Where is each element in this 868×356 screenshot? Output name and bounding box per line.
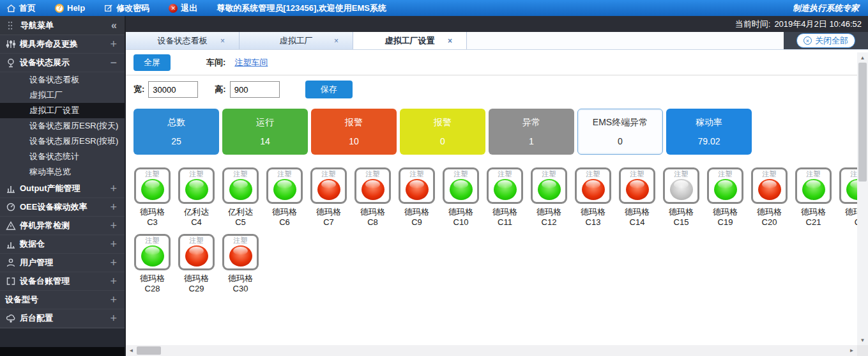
device-tile[interactable]: 注塑 德玛格 C13 (575, 167, 611, 228)
status-led (185, 179, 208, 200)
device-brand: 德玛格 (316, 207, 341, 217)
sidebar-item-mold-life[interactable]: 模具寿命及更换 + (0, 35, 125, 54)
sidebar-subitem-virtual-factory[interactable]: 虚拟工厂 (0, 88, 125, 103)
device-code: C19 (718, 217, 733, 228)
logout-button[interactable]: 退出 (169, 3, 197, 14)
stat-label: 报警 (434, 117, 452, 128)
sidebar-item-oee[interactable]: OEE设备稼动效率 + (0, 198, 125, 217)
home-button[interactable]: 首页 (6, 3, 36, 14)
device-type-badge: 注塑 (851, 170, 858, 178)
device-tile[interactable]: 注塑 德玛格 C6 (266, 167, 303, 228)
device-tile[interactable]: 注塑 德玛格 C14 (619, 167, 655, 228)
device-tile[interactable]: 注塑 德玛格 C20 (751, 167, 788, 228)
device-type-badge: 注塑 (190, 170, 204, 178)
device-type-badge: 注塑 (322, 170, 336, 178)
device-tile[interactable]: 注塑 德玛格 C8 (354, 167, 391, 228)
device-tile[interactable]: 注塑 德玛格 C19 (707, 167, 743, 228)
device-tile[interactable]: 注塑 德玛格 C28 (134, 234, 171, 294)
sidebar-subitem-esr-by-day[interactable]: 设备状态履历ESR(按天) (0, 118, 125, 134)
user-management-icon (5, 258, 17, 268)
expand-icon[interactable]: + (110, 294, 117, 306)
data-warehouse-icon (5, 239, 17, 249)
expand-icon[interactable]: + (110, 220, 117, 231)
scroll-up-arrow[interactable]: ▲ (857, 52, 868, 63)
device-brand: 德玛格 (140, 274, 165, 284)
width-input[interactable] (148, 81, 198, 98)
device-tile[interactable]: 注塑 德玛格 C3 (134, 167, 171, 228)
status-led (406, 179, 429, 200)
scroll-right-arrow[interactable]: ► (846, 348, 857, 353)
sidebar-item-backend-config[interactable]: 后台配置 + (0, 309, 125, 328)
save-button[interactable]: 保存 (305, 81, 353, 98)
top-bar: 首页 ? Help 修改密码 退出 尊敬的系统管理员[123456],欢迎使用E… (0, 0, 868, 16)
tab-device-status-board[interactable]: 设备状态看板 × (126, 32, 240, 49)
sidebar-subitem-device-status-stats[interactable]: 设备状态统计 (0, 149, 125, 164)
expand-icon[interactable]: + (110, 313, 117, 324)
status-led (185, 245, 208, 267)
change-password-button[interactable]: 修改密码 (104, 3, 149, 14)
tab-close-icon[interactable]: × (334, 36, 339, 45)
device-tile[interactable]: 注塑 德玛格 C9 (399, 167, 435, 228)
home-icon (6, 4, 16, 13)
sidebar-subitem-utilization-overview[interactable]: 稼动率总览 (0, 164, 125, 180)
help-button[interactable]: ? Help (55, 3, 85, 13)
expand-icon[interactable]: + (110, 275, 117, 287)
collapse-minus-icon[interactable]: − (110, 57, 117, 68)
device-brand: 德玛格 (537, 207, 561, 217)
sidebar-subitem-esr-by-shift[interactable]: 设备状态履历ESR(按班) (0, 134, 125, 149)
sidebar-subitem-virtual-factory-settings[interactable]: 虚拟工厂设置 (0, 103, 125, 118)
sidebar-item-downtime[interactable]: 停机异常检测 + (0, 217, 125, 235)
device-tile[interactable]: 注塑 德玛格 C30 (222, 234, 259, 294)
device-tile[interactable]: 注塑 亿利达 C5 (222, 167, 259, 228)
device-tile[interactable]: 注塑 德玛格 C10 (443, 167, 479, 228)
tab-virtual-factory-settings[interactable]: 虚拟工厂设置 × (353, 32, 467, 49)
device-type-badge: 注塑 (278, 170, 292, 178)
device-tile-partial[interactable]: 注塑 德玛格 C (839, 167, 857, 228)
sidebar-subitem-device-status-board[interactable]: 设备状态看板 (0, 72, 125, 88)
tab-close-icon[interactable]: × (220, 36, 225, 45)
status-led (494, 179, 517, 200)
device-tile[interactable]: 注塑 德玛格 C11 (487, 167, 523, 228)
close-all-button[interactable]: × 关闭全部 (796, 33, 855, 48)
device-tile[interactable]: 注塑 德玛格 C7 (310, 167, 347, 228)
expand-icon[interactable]: + (110, 38, 117, 50)
vertical-scrollbar: ▲ ▼ (857, 52, 868, 345)
device-tile[interactable]: 注塑 亿利达 C4 (178, 167, 215, 228)
scroll-left-arrow[interactable]: ◄ (126, 348, 137, 353)
tab-virtual-factory[interactable]: 虚拟工厂 × (240, 32, 353, 49)
size-form: 宽: 高: 保存 (126, 75, 868, 104)
height-input[interactable] (230, 81, 280, 98)
sidebar-collapse-icon[interactable]: « (111, 20, 117, 31)
expand-icon[interactable]: + (110, 238, 117, 250)
sidebar-item-device-status[interactable]: 设备状态展示 − (0, 54, 125, 72)
scroll-down-arrow[interactable]: ▼ (857, 335, 868, 345)
device-tile[interactable]: 注塑 德玛格 C21 (795, 167, 832, 228)
status-led (758, 179, 781, 200)
horizontal-scroll-thumb[interactable] (137, 346, 161, 355)
device-code: C15 (674, 217, 689, 228)
device-brand: 德玛格 (360, 207, 385, 217)
expand-icon[interactable]: + (110, 183, 117, 194)
workshop-link[interactable]: 注塑车间 (234, 57, 268, 68)
sidebar-item-data-warehouse[interactable]: 数据仓 + (0, 235, 125, 254)
status-led (229, 245, 252, 267)
expand-icon[interactable]: + (110, 257, 117, 268)
sidebar-item-output[interactable]: Output产能管理 + (0, 180, 125, 198)
scrollbar-corner (857, 345, 868, 356)
sidebar-item-device-model[interactable]: 设备型号 + (0, 291, 125, 309)
expand-icon[interactable]: + (110, 201, 117, 213)
device-tile[interactable]: 注塑 德玛格 C15 (663, 167, 699, 228)
device-type-badge: 注塑 (234, 170, 248, 178)
device-tile[interactable]: 注塑 德玛格 C12 (531, 167, 567, 228)
stat-value: 25 (171, 136, 181, 146)
device-tile[interactable]: 注塑 德玛格 C29 (178, 234, 215, 294)
device-brand: 德玛格 (801, 207, 826, 217)
fullscreen-button[interactable]: 全屏 (133, 54, 171, 71)
device-type-badge: 注塑 (190, 236, 204, 245)
tab-close-icon[interactable]: × (448, 36, 452, 45)
device-type-badge: 注塑 (366, 170, 380, 178)
status-led (229, 179, 252, 200)
vertical-scroll-thumb[interactable] (858, 63, 867, 182)
sidebar-item-user-management[interactable]: 用户管理 + (0, 254, 125, 272)
sidebar-item-equipment-ledger[interactable]: 设备台账管理 + (0, 272, 125, 291)
